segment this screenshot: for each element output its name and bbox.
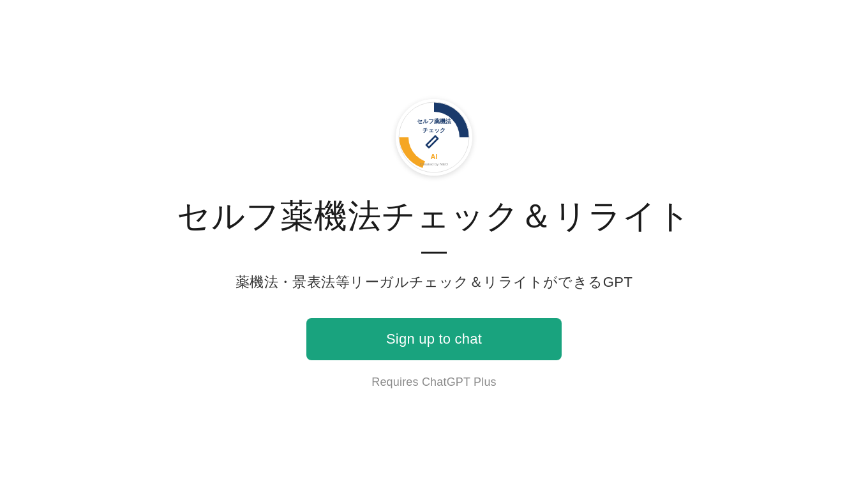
app-title: セルフ薬機法チェック＆リライト bbox=[177, 196, 692, 236]
app-description: 薬機法・景表法等リーガルチェック＆リライトができるGPT bbox=[236, 271, 633, 293]
requires-label: Requires ChatGPT Plus bbox=[371, 376, 497, 389]
svg-text:AI: AI bbox=[431, 153, 438, 160]
title-divider bbox=[421, 252, 447, 254]
svg-text:セルフ薬機法: セルフ薬機法 bbox=[417, 118, 452, 125]
svg-text:チェック: チェック bbox=[423, 127, 445, 133]
main-container: セルフ薬機法 チェック AI Created by NEO セルフ薬機法チェック… bbox=[0, 99, 868, 388]
app-logo: セルフ薬機法 チェック AI Created by NEO bbox=[396, 99, 472, 176]
svg-text:Created by NEO: Created by NEO bbox=[420, 162, 448, 166]
signup-button[interactable]: Sign up to chat bbox=[306, 318, 562, 360]
